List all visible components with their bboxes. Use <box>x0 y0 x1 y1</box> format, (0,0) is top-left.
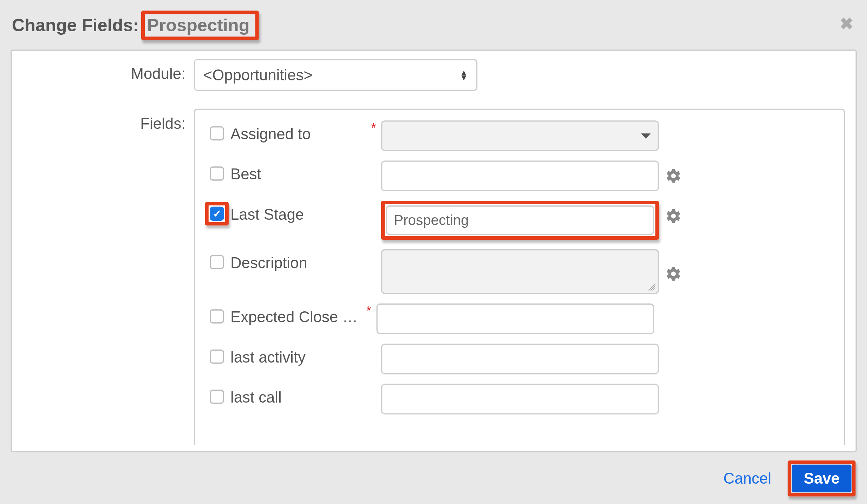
chevron-down-icon <box>641 133 650 138</box>
field-input-last-call[interactable] <box>381 384 659 414</box>
field-row-best: Best * <box>204 156 834 196</box>
module-select[interactable]: <Opportunities> ▲▼ <box>194 59 477 91</box>
field-row-expected-close-date: Expected Close D... * <box>204 299 834 339</box>
modal-footer: Cancel Save <box>0 452 867 496</box>
field-row-last-activity: last activity * <box>204 339 834 379</box>
save-button[interactable]: Save <box>792 465 851 492</box>
field-row-description: Description * <box>204 244 834 299</box>
field-input-best[interactable] <box>381 161 659 191</box>
close-icon[interactable]: ✖ <box>840 14 853 34</box>
required-asterisk: * <box>365 304 376 319</box>
resize-grip-icon[interactable] <box>648 283 655 290</box>
field-label: Last Stage <box>230 205 304 223</box>
field-input-last-activity[interactable] <box>381 344 659 374</box>
cancel-button[interactable]: Cancel <box>709 463 785 493</box>
modal-title-prefix: Change Fields: <box>12 15 139 35</box>
save-highlight-frame: Save <box>788 460 856 497</box>
field-label: Best <box>230 165 261 183</box>
field-row-last-call: last call * <box>204 379 834 419</box>
field-label: Expected Close D... <box>230 308 365 326</box>
module-row: Module: <Opportunities> ▲▼ <box>22 59 845 91</box>
module-select-value: <Opportunities> <box>203 66 313 84</box>
fields-container: Assigned to * <box>194 108 845 445</box>
checkbox-expected-close-date[interactable] <box>210 309 224 323</box>
modal-header: Change Fields: Prospecting ✖ <box>0 0 867 47</box>
checkbox-last-call[interactable] <box>210 390 224 404</box>
field-textarea-description[interactable] <box>381 249 659 294</box>
input-highlight-frame: Prospecting <box>381 201 659 240</box>
field-row-assigned-to: Assigned to * <box>204 116 834 156</box>
select-sort-icon: ▲▼ <box>460 70 468 80</box>
field-dropdown-assigned-to[interactable] <box>381 120 659 151</box>
change-fields-modal: Change Fields: Prospecting ✖ Module: <Op… <box>0 0 867 502</box>
field-value: Prospecting <box>394 212 469 228</box>
checkbox-best[interactable] <box>210 166 224 180</box>
module-label: Module: <box>22 59 194 83</box>
field-label: Assigned to <box>230 125 311 143</box>
field-label: last activity <box>230 348 306 366</box>
checkbox-description[interactable] <box>210 255 224 269</box>
modal-title-highlight: Prospecting <box>141 11 259 40</box>
field-input-expected-close-date[interactable] <box>376 304 654 334</box>
checkbox-last-stage[interactable]: ✓ <box>210 207 224 221</box>
field-input-last-stage[interactable]: Prospecting <box>386 205 654 235</box>
checkbox-last-activity[interactable] <box>210 350 224 364</box>
fields-label: Fields: <box>22 108 194 133</box>
checkbox-assigned-to[interactable] <box>210 126 224 140</box>
field-row-last-stage: ✓ Last Stage * Prospecting <box>204 196 834 244</box>
checkbox-highlight-frame: ✓ <box>205 202 229 225</box>
gear-icon[interactable] <box>665 208 682 227</box>
fields-row: Fields: Assigned to * <box>22 108 845 445</box>
gear-icon[interactable] <box>665 266 682 285</box>
modal-panel: Module: <Opportunities> ▲▼ Fields: Assig… <box>11 49 857 452</box>
required-asterisk: * <box>370 120 381 136</box>
gear-icon[interactable] <box>665 168 682 187</box>
field-label: Description <box>230 254 307 271</box>
field-label: last call <box>230 389 282 406</box>
